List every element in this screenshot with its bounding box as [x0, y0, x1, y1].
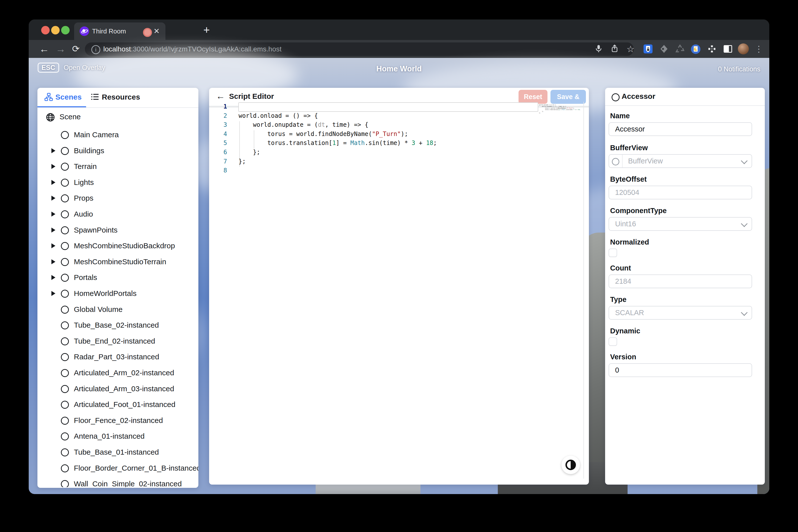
- expand-caret-icon[interactable]: [52, 148, 55, 153]
- normalized-checkbox[interactable]: [609, 249, 617, 257]
- tree-row-wall-coin-simple-02-instanced[interactable]: Wall_Coin_Simple_02-instanced: [37, 477, 198, 487]
- version-input[interactable]: 0: [609, 363, 752, 377]
- tree-row-label: Tube_Base_01-instanced: [74, 448, 159, 456]
- privacy-shield-extension-icon[interactable]: [643, 44, 653, 54]
- tree-row-label: Articulated_Foot_01-instanced: [74, 400, 175, 409]
- recycle-extension-icon[interactable]: [675, 44, 685, 54]
- tree-row-label: Tube_Base_02-instanced: [74, 321, 159, 329]
- tree-row-props[interactable]: Props: [37, 191, 198, 207]
- tree-row-main-camera[interactable]: Main Camera: [37, 128, 198, 143]
- node-circle-icon: [61, 417, 69, 425]
- reader-extension-icon[interactable]: [690, 44, 700, 54]
- count-input[interactable]: 2184: [609, 274, 752, 288]
- type-select-value: SCALAR: [609, 306, 752, 319]
- theme-toggle-button[interactable]: [562, 456, 580, 474]
- expand-caret-icon[interactable]: [52, 291, 55, 296]
- code-line-2: world.onload = () => {: [239, 112, 318, 119]
- tab-close-icon[interactable]: ✕: [153, 27, 160, 35]
- code-line-4: torus = world.findNodeByName("P_Turn");: [239, 131, 408, 137]
- world-viewport[interactable]: ESC Open Overlay Home World 0 Notificati…: [29, 58, 769, 494]
- count-input-value: 2184: [609, 275, 752, 288]
- tree-row-label: Articulated_Arm_03-instanced: [74, 384, 174, 393]
- editor-minimap[interactable]: world.onload = () => { world.onupdate = …: [539, 102, 571, 115]
- tree-row-radar-part-03-instanced[interactable]: Radar_Part_03-instanced: [37, 350, 198, 365]
- expand-caret-icon[interactable]: [52, 196, 55, 201]
- tree-row-meshcombinestudioterrain[interactable]: MeshCombineStudioTerrain: [37, 255, 198, 270]
- line-number: 1: [209, 103, 227, 110]
- tree-row-terrain[interactable]: Terrain: [37, 159, 198, 175]
- new-tab-button[interactable]: +: [203, 24, 210, 35]
- browser-tab-strip: Third Room ✕ +: [29, 19, 769, 40]
- tree-row-tube-base-01-instanced[interactable]: Tube_Base_01-instanced: [37, 445, 198, 461]
- tree-row-global-volume[interactable]: Global Volume: [37, 302, 198, 318]
- tree-row-floor-border-corner-01-b-instanced[interactable]: Floor_Border_Corner_01_B-instanced: [37, 461, 198, 477]
- normalized-field-label: Normalized: [610, 238, 649, 246]
- expand-caret-icon[interactable]: [52, 212, 55, 216]
- tree-row-label: Floor_Fence_02-instanced: [74, 416, 163, 425]
- node-circle-icon: [61, 464, 69, 472]
- tree-row-articulated-arm-03-instanced[interactable]: Articulated_Arm_03-instanced: [37, 382, 198, 397]
- tree-row-label: MeshCombineStudioTerrain: [74, 258, 166, 266]
- code-line-7: };: [239, 158, 246, 165]
- code-line-6: };: [239, 149, 260, 156]
- tree-row-floor-fence-02-instanced[interactable]: Floor_Fence_02-instanced: [37, 414, 198, 429]
- tree-row-articulated-foot-01-instanced[interactable]: Articulated_Foot_01-instanced: [37, 398, 198, 413]
- count-field-label: Count: [610, 264, 631, 272]
- microphone-icon[interactable]: [594, 44, 603, 54]
- expand-caret-icon[interactable]: [52, 228, 55, 232]
- reload-icon[interactable]: ⟳: [72, 40, 80, 58]
- traffic-light-close[interactable]: [41, 26, 50, 34]
- name-input[interactable]: Accessor: [609, 122, 752, 136]
- expand-caret-icon[interactable]: [52, 243, 55, 248]
- tree-row-buildings[interactable]: Buildings: [37, 144, 198, 159]
- notifications-status[interactable]: 0 Notifications: [718, 65, 760, 73]
- tab-scenes[interactable]: Scenes: [55, 93, 81, 101]
- tree-row-meshcombinestudiobackdrop[interactable]: MeshCombineStudioBackdrop: [37, 239, 198, 254]
- site-info-icon[interactable]: i: [91, 45, 100, 54]
- tree-row-label: Audio: [74, 210, 93, 218]
- type-select[interactable]: SCALAR: [609, 306, 752, 320]
- share-icon[interactable]: [610, 44, 619, 54]
- tree-row-audio[interactable]: Audio: [37, 207, 198, 223]
- expand-caret-icon[interactable]: [52, 180, 55, 185]
- side-panel-icon[interactable]: [723, 45, 733, 55]
- scene-root-row[interactable]: Scene: [46, 113, 81, 123]
- expand-caret-icon[interactable]: [52, 275, 55, 280]
- traffic-light-minimize[interactable]: [51, 26, 60, 34]
- extensions-puzzle-icon[interactable]: [707, 44, 717, 54]
- tree-row-antena-01-instanced[interactable]: Antena_01-instanced: [37, 429, 198, 445]
- tree-row-label: Floor_Border_Corner_01_B-instanced: [74, 464, 198, 472]
- tree-row-articulated-arm-02-instanced[interactable]: Articulated_Arm_02-instanced: [37, 366, 198, 381]
- tree-row-label: Articulated_Arm_02-instanced: [74, 368, 174, 377]
- dynamic-checkbox[interactable]: [609, 337, 617, 346]
- expand-caret-icon[interactable]: [52, 259, 55, 264]
- tree-row-homeworldportals[interactable]: HomeWorldPortals: [37, 286, 198, 302]
- minimap-divider: [584, 102, 584, 479]
- node-circle-icon: [61, 258, 69, 266]
- componenttype-select-value: Uint16: [609, 217, 752, 230]
- browser-tab[interactable]: Third Room ✕: [74, 22, 166, 40]
- tree-row-label: Lights: [74, 178, 94, 187]
- tree-row-portals[interactable]: Portals: [37, 270, 198, 286]
- forward-icon[interactable]: →: [56, 40, 65, 58]
- expand-caret-icon[interactable]: [52, 164, 55, 169]
- tree-row-tube-end-02-instanced[interactable]: Tube_End_02-instanced: [37, 334, 198, 349]
- bookmark-star-icon[interactable]: ☆: [626, 44, 635, 54]
- node-circle-icon: [61, 337, 69, 345]
- tab-resources[interactable]: Resources: [102, 93, 140, 101]
- tree-row-tube-base-02-instanced[interactable]: Tube_Base_02-instanced: [37, 318, 198, 334]
- bufferview-select[interactable]: BufferView: [609, 154, 752, 168]
- dev-extension-icon[interactable]: [659, 44, 669, 54]
- browser-menu-icon[interactable]: ⋮: [754, 44, 764, 54]
- code-line-3: world.onupdate = (dt, time) => {: [239, 121, 368, 128]
- byteoffset-input[interactable]: 120504: [609, 186, 752, 200]
- back-icon[interactable]: ←: [39, 40, 49, 58]
- traffic-light-zoom[interactable]: [61, 26, 70, 34]
- tree-row-label: Antena_01-instanced: [74, 432, 145, 440]
- tree-row-lights[interactable]: Lights: [37, 175, 198, 191]
- componenttype-select[interactable]: Uint16: [609, 217, 752, 231]
- profile-avatar[interactable]: [738, 43, 749, 54]
- code-area[interactable]: 12world.onload = () => {3 world.onupdate…: [209, 88, 589, 484]
- tree-row-label: Buildings: [74, 147, 104, 155]
- tree-row-spawnpoints[interactable]: SpawnPoints: [37, 223, 198, 239]
